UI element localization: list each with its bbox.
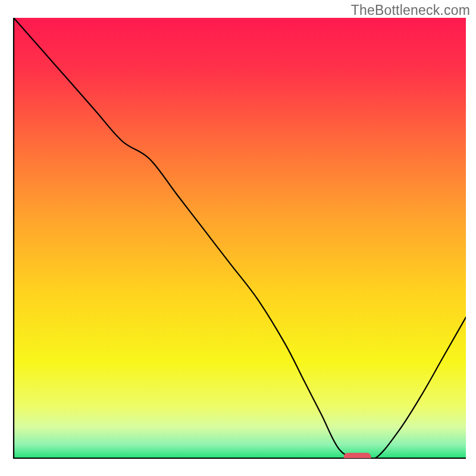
bottleneck-chart: TheBottleneck.com (0, 0, 476, 476)
optimal-point-marker (344, 453, 371, 461)
watermark-label: TheBottleneck.com (351, 2, 470, 18)
gradient-background (14, 18, 466, 458)
chart-svg (0, 0, 476, 476)
